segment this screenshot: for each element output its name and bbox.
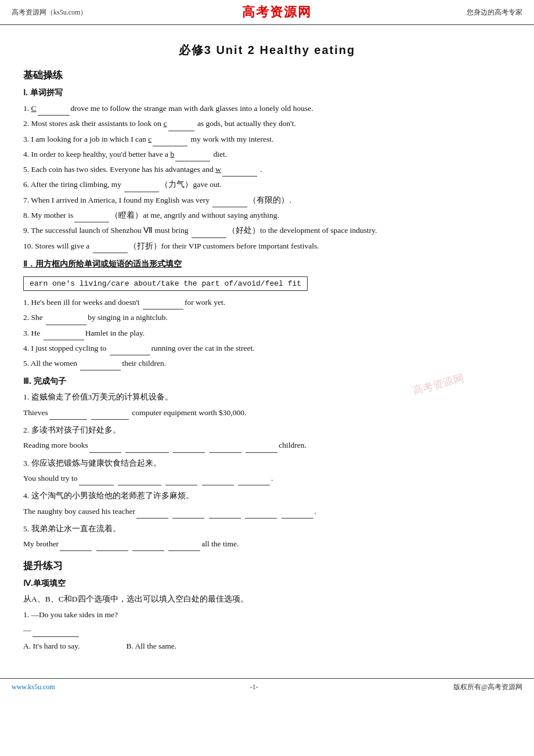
list-item: 2. She by singing in a nightclub. — [23, 311, 511, 325]
main-title: 必修3 Unit 2 Healthy eating — [23, 42, 511, 58]
list-item: 5. 我弟弟让水一直在流着。 — [23, 522, 511, 536]
subsection-III-heading: Ⅲ. 完成句子 — [23, 376, 511, 387]
list-item: 1. —Do you take sides in me? — [23, 608, 511, 622]
list-item: 4. 这个淘气的小男孩给他的老师惹了许多麻烦。 — [23, 489, 511, 503]
list-item: 3. He Hamlet in the play. — [23, 326, 511, 340]
list-item: The naughty boy caused his teacher . — [23, 505, 511, 519]
list-item: 4. I just stopped cycling to running ove… — [23, 341, 511, 355]
list-item: 7. When I arrived in America, I found my… — [23, 193, 511, 207]
list-item: A. It's hard to say. B. All the same. — [23, 639, 511, 653]
section-basic-heading: 基础操练 — [23, 69, 511, 82]
list-item: My brother all the time. — [23, 537, 511, 551]
subsection-II-heading: Ⅱ．用方框内所给单词或短语的适当形式填空 — [23, 259, 511, 269]
section-II-items: 1. He's been ill for weeks and doesn't f… — [23, 296, 511, 370]
list-item: You should try to . — [23, 471, 511, 485]
section-advanced-heading: 提升练习 — [23, 559, 511, 573]
footer-page: -1- — [250, 683, 258, 692]
list-item: 1. Cdrove me to follow the strange man w… — [23, 102, 511, 116]
list-item: — — [23, 623, 511, 637]
subsection-I-heading: Ⅰ. 单词拼写 — [23, 88, 511, 98]
IV-intro: 从A、B、C和D四个选项中，选出可以填入空白处的最佳选项。 — [23, 592, 511, 606]
list-item: 8. My mother is（瞪着）at me, angrily and wi… — [23, 208, 511, 222]
list-item: 3. I am looking for a job in which I can… — [23, 132, 511, 146]
subsection-IV-heading: Ⅳ.单项填空 — [23, 578, 511, 589]
footer-link[interactable]: www.ks5u.com — [12, 683, 55, 692]
header-right: 您身边的高考专家 — [467, 8, 522, 17]
header-left: 高考资源网（ks5u.com） — [12, 8, 87, 17]
section-III-items: 1. 盗贼偷走了价值3万美元的计算机设备。 Thieves computer e… — [23, 390, 511, 551]
word-box: earn one's living/care about/take the pa… — [23, 276, 308, 291]
list-item: 9. The successful launch of Shenzhou Ⅶ m… — [23, 224, 511, 237]
list-item: 1. 盗贼偷走了价值3万美元的计算机设备。 — [23, 390, 511, 404]
footer-copyright: 版权所有@高考资源网 — [453, 682, 522, 692]
list-item: 5. Each coin has two sides. Everyone has… — [23, 163, 511, 177]
section-IV-items: 1. —Do you take sides in me? — A. It's h… — [23, 608, 511, 654]
header: 高考资源网（ks5u.com） 高考资源网 您身边的高考专家 — [0, 0, 534, 25]
header-center: 高考资源网 — [242, 3, 312, 21]
list-item: 2. 多读书对孩子们好处多。 — [23, 423, 511, 437]
list-item: 10. Stores will give a （打折）for their VIP… — [23, 239, 511, 253]
section-I-items: 1. Cdrove me to follow the strange man w… — [23, 102, 511, 253]
list-item: 4. In order to keep healthy, you'd bette… — [23, 147, 511, 161]
list-item: Thieves computer equipment worth $30,000… — [23, 406, 511, 420]
list-item: 2. Most stores ask their assistants to l… — [23, 117, 511, 131]
content: 必修3 Unit 2 Healthy eating 基础操练 Ⅰ. 单词拼写 1… — [0, 25, 534, 667]
footer: www.ks5u.com -1- 版权所有@高考资源网 — [0, 678, 534, 696]
list-item: 6. After the tiring climbing, my （力气）gav… — [23, 178, 511, 192]
list-item: 1. He's been ill for weeks and doesn't f… — [23, 296, 511, 309]
list-item: 5. All the women their children. — [23, 357, 511, 370]
list-item: Reading more books children. — [23, 438, 511, 452]
list-item: 3. 你应该把锻炼与健康饮食结合起来。 — [23, 456, 511, 470]
